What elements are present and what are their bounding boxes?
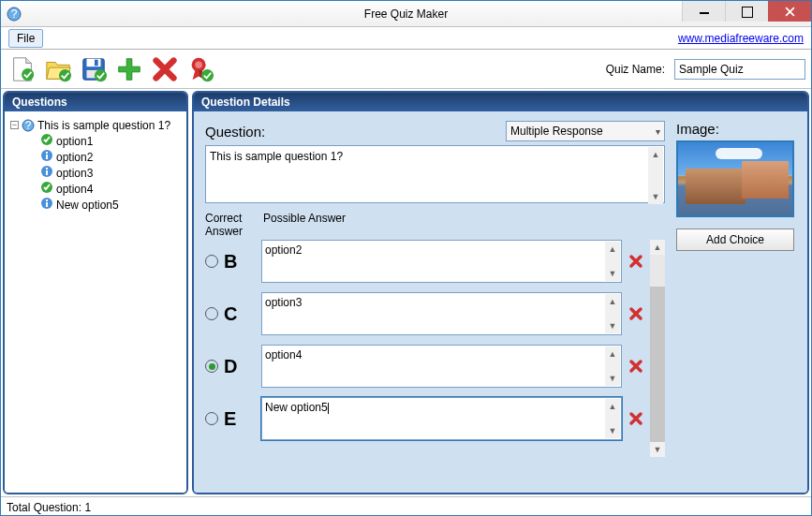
svg-point-10	[195, 61, 202, 68]
answer-row: B option2 ▲ ▼	[205, 240, 644, 283]
scroll-up-icon[interactable]: ▲	[650, 240, 665, 255]
answer-scrollbar[interactable]: ▲ ▼	[605, 399, 620, 438]
possible-answer-header: Possible Answer	[263, 212, 346, 238]
delete-answer-button[interactable]	[627, 358, 644, 375]
answer-text-input[interactable]: option4	[261, 345, 622, 388]
answer-text-input[interactable]: option3	[261, 292, 622, 335]
details-panel: Question Details Question: Multiple Resp…	[192, 91, 809, 494]
tree-item[interactable]: option2	[7, 149, 185, 165]
svg-point-2	[22, 68, 34, 81]
tree-item[interactable]: option3	[7, 165, 185, 181]
minimize-button[interactable]	[682, 1, 725, 22]
tree-item-label: option2	[56, 151, 93, 164]
answer-scrollbar[interactable]: ▲ ▼	[605, 346, 620, 386]
scrollbar-thumb[interactable]	[650, 287, 665, 442]
quiz-name-input[interactable]	[674, 59, 805, 80]
total-question-value: 1	[84, 501, 91, 514]
correct-answer-radio[interactable]	[205, 360, 218, 373]
scroll-up-icon[interactable]: ▲	[605, 399, 620, 414]
correct-answer-radio[interactable]	[205, 307, 218, 320]
scroll-down-icon[interactable]: ▼	[605, 423, 620, 438]
scroll-up-icon[interactable]: ▲	[605, 346, 620, 361]
svg-rect-5	[87, 58, 101, 66]
answer-row: C option3 ▲ ▼	[205, 292, 644, 335]
question-type-select[interactable]: Multiple Response ▾	[506, 121, 665, 141]
svg-text:?: ?	[25, 119, 32, 132]
add-choice-button[interactable]: Add Choice	[676, 229, 794, 251]
answer-text-input[interactable]: option2	[261, 240, 622, 283]
tree-item-label: New option5	[56, 199, 119, 212]
svg-text:?: ?	[11, 7, 18, 21]
question-type-value: Multiple Response	[510, 125, 603, 138]
svg-rect-20	[46, 168, 48, 170]
correct-answer-radio[interactable]	[205, 412, 218, 425]
questions-panel: Questions − ? This is sample question 1?…	[3, 91, 188, 494]
delete-answer-button[interactable]	[627, 253, 644, 270]
award-button[interactable]	[185, 53, 216, 85]
expand-icon[interactable]: −	[10, 121, 19, 129]
add-button[interactable]	[113, 53, 145, 85]
menu-bar: File www.mediafreeware.com	[1, 27, 811, 50]
info-icon	[40, 149, 53, 165]
info-icon	[40, 165, 53, 181]
tree-root[interactable]: − ? This is sample question 1?	[7, 117, 185, 133]
question-label: Question:	[205, 124, 265, 140]
tree-item-label: option4	[56, 183, 93, 196]
answer-letter: C	[224, 303, 237, 325]
scroll-down-icon[interactable]: ▼	[605, 266, 620, 281]
close-button[interactable]	[768, 1, 811, 22]
tree-item[interactable]: option1	[7, 133, 185, 149]
tree-item[interactable]: option4	[7, 181, 185, 197]
correct-answer-header: Correct Answer	[205, 212, 256, 238]
svg-point-8	[95, 69, 107, 81]
status-bar: Total Question: 1	[1, 496, 811, 516]
tree-item[interactable]: New option5	[7, 197, 185, 213]
answer-row: D option4 ▲ ▼	[205, 345, 644, 388]
scroll-up-icon[interactable]: ▲	[605, 242, 620, 257]
scroll-down-icon[interactable]: ▼	[605, 371, 620, 386]
total-question-label: Total Question:	[7, 501, 81, 514]
delete-answer-button[interactable]	[627, 410, 644, 427]
svg-point-3	[59, 69, 71, 81]
svg-rect-23	[46, 202, 48, 207]
answer-row: E New option5 ▲ ▼	[205, 397, 644, 440]
svg-rect-16	[46, 155, 48, 159]
tree-item-label: option1	[56, 135, 93, 148]
scroll-up-icon[interactable]: ▲	[605, 294, 620, 309]
scroll-down-icon[interactable]: ▼	[650, 442, 665, 457]
correct-answer-radio[interactable]	[205, 255, 218, 268]
file-menu[interactable]: File	[8, 29, 43, 48]
answers-scrollbar[interactable]: ▲ ▼	[650, 240, 665, 457]
new-quiz-button[interactable]	[7, 53, 38, 85]
check-icon	[40, 133, 53, 149]
info-icon	[40, 197, 53, 213]
maximize-button[interactable]	[725, 1, 768, 22]
question-scrollbar[interactable]: ▲ ▼	[648, 147, 663, 204]
delete-button[interactable]	[149, 53, 181, 85]
check-icon	[40, 181, 53, 197]
tree-root-label: This is sample question 1?	[37, 119, 170, 132]
answer-text-input[interactable]: New option5	[261, 397, 622, 440]
svg-rect-17	[46, 152, 48, 154]
save-quiz-button[interactable]	[78, 53, 110, 85]
open-quiz-button[interactable]	[42, 53, 74, 85]
vendor-link[interactable]: www.mediafreeware.com	[678, 32, 804, 45]
question-image[interactable]	[676, 140, 794, 217]
svg-point-11	[201, 69, 214, 81]
quiz-name-label: Quiz Name:	[606, 63, 665, 76]
questions-tree[interactable]: − ? This is sample question 1? option1op…	[5, 111, 186, 218]
title-bar: ? Free Quiz Maker	[1, 1, 811, 27]
image-label: Image:	[676, 121, 796, 137]
svg-rect-6	[95, 59, 98, 66]
question-text-input[interactable]	[205, 145, 665, 203]
answer-scrollbar[interactable]: ▲ ▼	[605, 242, 620, 281]
delete-answer-button[interactable]	[627, 305, 644, 322]
tree-item-label: option3	[56, 167, 93, 180]
question-icon: ?	[22, 119, 35, 132]
answer-scrollbar[interactable]: ▲ ▼	[605, 294, 620, 333]
scroll-down-icon[interactable]: ▼	[648, 189, 663, 204]
scroll-up-icon[interactable]: ▲	[648, 147, 663, 162]
answer-letter: D	[224, 356, 237, 377]
answer-letter: B	[224, 251, 237, 273]
scroll-down-icon[interactable]: ▼	[605, 318, 620, 333]
